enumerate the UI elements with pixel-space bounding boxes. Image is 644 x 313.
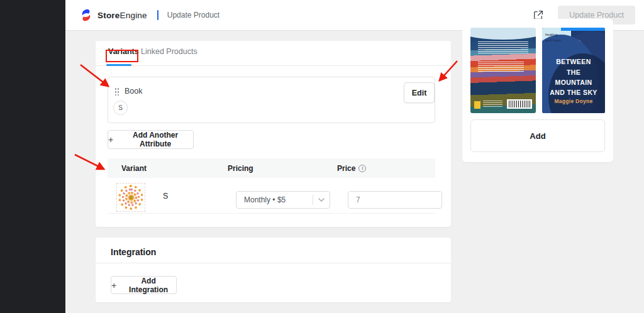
plus-icon: + bbox=[108, 135, 113, 145]
tab-bar-divider bbox=[96, 65, 451, 66]
book-back-cover-image[interactable] bbox=[470, 28, 536, 113]
page-title: Update Product bbox=[167, 11, 219, 19]
attribute-name: Book bbox=[125, 87, 143, 96]
product-gallery-panel: healing and hope BETWEEN THE MOUNTAIN AN… bbox=[462, 19, 613, 162]
publisher-text bbox=[483, 101, 502, 108]
gallery-images: healing and hope BETWEEN THE MOUNTAIN AN… bbox=[470, 28, 605, 113]
collapsed-admin-sidebar bbox=[0, 0, 65, 313]
variants-table-header: Variant Pricing Pricei bbox=[108, 158, 435, 178]
variant-name: S bbox=[163, 192, 168, 200]
mandala-image bbox=[118, 185, 143, 210]
storeengine-logo-icon bbox=[79, 8, 93, 22]
price-input[interactable] bbox=[348, 191, 442, 209]
pricing-select[interactable]: Monthly • $5 bbox=[236, 191, 330, 209]
store-engine-product-editor: StoreEngine Update Product Update Produc… bbox=[0, 0, 644, 313]
tab-bar: Variants Linked Products bbox=[96, 41, 451, 66]
gallery-add-button[interactable]: Add bbox=[470, 119, 605, 152]
variants-panel: Variants Linked Products Book S Edit +Ad… bbox=[96, 41, 451, 227]
column-pricing: Pricing bbox=[228, 164, 253, 173]
attribute-value-chip[interactable]: S bbox=[113, 101, 128, 115]
cover-author: Maggie Doyne bbox=[542, 98, 605, 104]
cover-subtitle: healing and hope bbox=[545, 32, 561, 43]
brand: StoreEngine bbox=[79, 8, 147, 22]
integration-title: Integration bbox=[111, 247, 156, 257]
cover-text-block bbox=[478, 62, 524, 72]
info-icon[interactable]: i bbox=[358, 165, 366, 172]
annotation-highlight-box bbox=[106, 50, 138, 62]
add-integration-label: Add Integration bbox=[121, 277, 176, 294]
barcode bbox=[507, 99, 532, 109]
attribute-header: Book bbox=[114, 87, 143, 96]
chevron-down-icon bbox=[313, 198, 330, 202]
column-variant: Variant bbox=[121, 164, 147, 173]
brand-name-bold: Store bbox=[97, 11, 120, 20]
book-front-cover-image[interactable]: healing and hope BETWEEN THE MOUNTAIN AN… bbox=[542, 28, 605, 113]
column-price-label: Price bbox=[337, 164, 355, 173]
add-integration-button[interactable]: +Add Integration bbox=[111, 276, 177, 294]
pricing-selected-value: Monthly • $5 bbox=[244, 195, 313, 204]
add-another-attribute-label: Add Another Attribute bbox=[118, 131, 193, 148]
publisher-logo bbox=[474, 101, 480, 109]
tab-linked-products[interactable]: Linked Products bbox=[141, 47, 197, 56]
cover-wave-shape bbox=[470, 30, 536, 40]
cover-text-block bbox=[478, 41, 528, 53]
plus-icon: + bbox=[111, 280, 116, 290]
add-another-attribute-button[interactable]: +Add Another Attribute bbox=[108, 130, 194, 149]
variant-row: S Monthly • $5 bbox=[108, 178, 435, 214]
cover-blue-strip bbox=[561, 28, 605, 31]
drag-handle-icon[interactable] bbox=[114, 87, 119, 96]
column-price: Pricei bbox=[337, 164, 366, 173]
header-divider bbox=[157, 10, 158, 20]
brand-name: StoreEngine bbox=[97, 11, 147, 20]
integration-divider bbox=[96, 263, 451, 263]
active-tab-indicator bbox=[106, 64, 131, 66]
variant-thumbnail[interactable] bbox=[116, 183, 145, 212]
attribute-card: Book S Edit bbox=[108, 77, 435, 123]
cover-title: BETWEEN THE MOUNTAIN AND THE SKY bbox=[542, 57, 605, 97]
edit-attribute-button[interactable]: Edit bbox=[404, 82, 435, 103]
integration-panel: Integration +Add Integration bbox=[96, 238, 451, 302]
brand-name-light: Engine bbox=[120, 11, 147, 20]
